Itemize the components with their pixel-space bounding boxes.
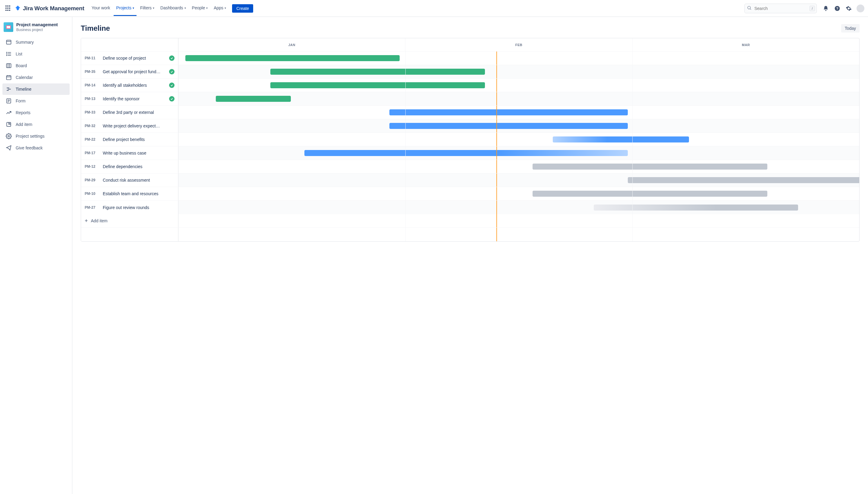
timeline-months: JANFEBMAR bbox=[179, 38, 859, 51]
svg-rect-4 bbox=[7, 40, 11, 44]
sidebar-item-timeline[interactable]: Timeline bbox=[2, 83, 70, 95]
project-header[interactable]: Project management Business project bbox=[2, 20, 70, 36]
chevron-down-icon: ▾ bbox=[224, 6, 226, 10]
timeline-row[interactable]: PM-22Define project benefits bbox=[81, 133, 859, 146]
today-line bbox=[496, 65, 497, 78]
gantt-lane bbox=[179, 187, 859, 200]
nav-item-dashboards[interactable]: Dashboards▾ bbox=[158, 4, 188, 16]
create-button[interactable]: Create bbox=[232, 4, 253, 13]
svg-point-29 bbox=[8, 136, 10, 137]
gantt-bar[interactable] bbox=[628, 177, 860, 183]
done-check-icon bbox=[169, 69, 174, 74]
sidebar-item-label: Board bbox=[16, 63, 27, 68]
app-switcher-icon[interactable] bbox=[5, 5, 12, 12]
gantt-bar[interactable] bbox=[553, 136, 689, 142]
timeline-container: JANFEBMAR PM-11Define scope of projectPM… bbox=[81, 38, 860, 242]
gantt-bar[interactable] bbox=[594, 205, 798, 211]
svg-point-9 bbox=[7, 52, 7, 53]
profile-avatar[interactable] bbox=[856, 4, 864, 12]
timeline-header-left bbox=[81, 38, 179, 51]
done-check-icon bbox=[169, 96, 174, 101]
nav-item-apps[interactable]: Apps▾ bbox=[211, 4, 228, 16]
svg-rect-12 bbox=[7, 63, 11, 68]
task-id: PM-33 bbox=[85, 110, 99, 114]
summary-icon bbox=[5, 39, 12, 45]
timeline-row[interactable]: PM-12Define dependencies bbox=[81, 160, 859, 173]
task-name: Define dependencies bbox=[103, 164, 174, 169]
timeline-row[interactable]: PM-13Identify the sponsor bbox=[81, 92, 859, 106]
add-item-row[interactable]: + Add item bbox=[81, 214, 859, 228]
settings-icon[interactable] bbox=[845, 5, 852, 12]
plus-icon: + bbox=[85, 218, 88, 224]
today-line bbox=[496, 201, 497, 214]
timeline-row[interactable]: PM-17Write up business case bbox=[81, 146, 859, 160]
timeline-row[interactable]: PM-32Write project delivery expect… bbox=[81, 119, 859, 133]
top-navigation: Jira Work Management Your workProjects▾F… bbox=[0, 0, 868, 17]
nav-item-label: People bbox=[192, 5, 205, 10]
sidebar-item-label: Reports bbox=[16, 110, 31, 115]
sidebar-item-list[interactable]: List bbox=[2, 48, 70, 60]
timeline-row[interactable]: PM-29Conduct risk assessment bbox=[81, 173, 859, 187]
sidebar-item-calendar[interactable]: Calendar bbox=[2, 72, 70, 83]
timeline-icon bbox=[5, 86, 12, 93]
today-line bbox=[496, 173, 497, 187]
gantt-bar[interactable] bbox=[270, 82, 485, 88]
timeline-body: PM-11Define scope of projectPM-35Get app… bbox=[81, 52, 859, 214]
sidebar: Project management Business project Summ… bbox=[0, 17, 72, 494]
search-input[interactable] bbox=[744, 4, 817, 13]
sidebar-item-reports[interactable]: Reports bbox=[2, 107, 70, 118]
gantt-bar[interactable] bbox=[270, 69, 485, 75]
gantt-lane bbox=[179, 201, 859, 214]
sidebar-item-label: Timeline bbox=[16, 87, 31, 92]
timeline-row[interactable]: PM-27Figure out review rounds bbox=[81, 201, 859, 214]
gantt-lane bbox=[179, 173, 859, 187]
gantt-bar[interactable] bbox=[304, 150, 628, 156]
timeline-row[interactable]: PM-14Identify all stakeholders bbox=[81, 79, 859, 92]
content-area: Timeline Today JANFEBMAR PM-11Define sco… bbox=[72, 17, 868, 494]
project-icon bbox=[4, 22, 13, 32]
help-icon[interactable]: ? bbox=[834, 5, 841, 12]
product-logo[interactable]: Jira Work Management bbox=[15, 5, 85, 12]
sidebar-item-add-item[interactable]: Add item bbox=[2, 119, 70, 130]
gantt-bar[interactable] bbox=[533, 191, 767, 197]
nav-item-people[interactable]: People▾ bbox=[189, 4, 210, 16]
gantt-lane bbox=[179, 133, 859, 146]
timeline-row[interactable]: PM-11Define scope of project bbox=[81, 52, 859, 65]
task-name: Identify the sponsor bbox=[103, 96, 165, 101]
gantt-bar[interactable] bbox=[389, 109, 628, 115]
sidebar-item-project-settings[interactable]: Project settings bbox=[2, 130, 70, 142]
sidebar-item-form[interactable]: Form bbox=[2, 95, 70, 107]
today-line bbox=[496, 187, 497, 200]
sidebar-item-label: Give feedback bbox=[16, 146, 43, 150]
nav-item-label: Apps bbox=[214, 5, 223, 10]
form-icon bbox=[5, 98, 12, 104]
timeline-row[interactable]: PM-10Establish team and resources bbox=[81, 187, 859, 201]
nav-item-label: Your work bbox=[92, 5, 110, 10]
gantt-lane bbox=[179, 146, 859, 160]
chevron-down-icon: ▾ bbox=[133, 6, 134, 10]
nav-item-your-work[interactable]: Your work bbox=[89, 4, 113, 16]
task-name: Identify all stakeholders bbox=[103, 83, 165, 88]
done-check-icon bbox=[169, 82, 174, 88]
gantt-bar[interactable] bbox=[533, 164, 767, 170]
notifications-icon[interactable] bbox=[822, 5, 829, 12]
timeline-row[interactable]: PM-35Get approval for project fund… bbox=[81, 65, 859, 79]
timeline-row[interactable]: PM-33Define 3rd party or external bbox=[81, 106, 859, 119]
chevron-down-icon: ▾ bbox=[184, 6, 186, 10]
sidebar-item-label: Calendar bbox=[16, 75, 33, 80]
today-button[interactable]: Today bbox=[841, 24, 860, 33]
nav-item-label: Dashboards bbox=[160, 5, 183, 10]
sidebar-item-give-feedback[interactable]: Give feedback bbox=[2, 142, 70, 154]
sidebar-item-board[interactable]: Board bbox=[2, 60, 70, 71]
nav-item-filters[interactable]: Filters▾ bbox=[138, 4, 157, 16]
task-name: Get approval for project fund… bbox=[103, 69, 165, 74]
sidebar-item-summary[interactable]: Summary bbox=[2, 36, 70, 48]
gantt-bar[interactable] bbox=[389, 123, 628, 129]
gantt-bar[interactable] bbox=[185, 55, 400, 61]
sidebar-item-label: Summary bbox=[16, 40, 34, 44]
gantt-lane bbox=[179, 79, 859, 92]
nav-item-projects[interactable]: Projects▾ bbox=[114, 4, 136, 16]
search-shortcut-badge: / bbox=[810, 6, 815, 11]
task-name: Conduct risk assessment bbox=[103, 178, 174, 183]
gantt-bar[interactable] bbox=[216, 96, 291, 102]
